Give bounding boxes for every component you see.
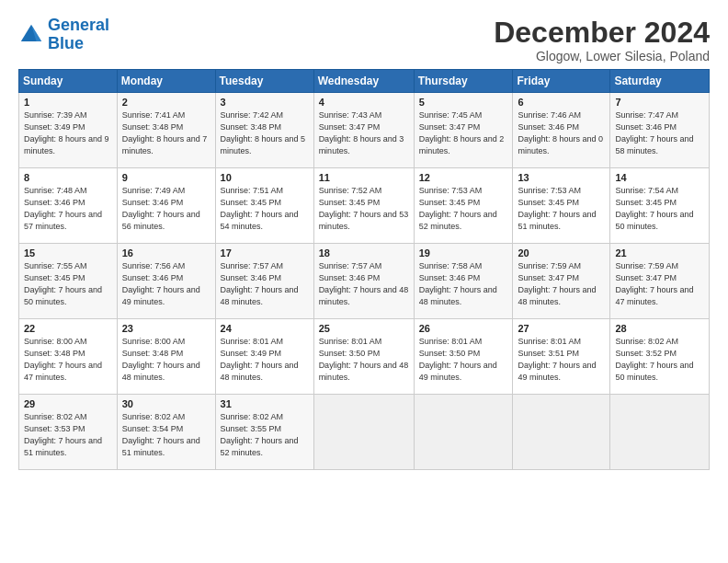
logo-text: GeneralBlue (48, 17, 109, 53)
calendar-cell: 14 Sunrise: 7:54 AMSunset: 3:45 PMDaylig… (610, 168, 710, 244)
day-info: Sunrise: 7:59 AMSunset: 3:47 PMDaylight:… (615, 261, 693, 306)
calendar-cell: 4 Sunrise: 7:43 AMSunset: 3:47 PMDayligh… (313, 93, 414, 168)
day-info: Sunrise: 7:45 AMSunset: 3:47 PMDaylight:… (419, 110, 505, 155)
day-number: 6 (518, 97, 605, 108)
calendar-cell: 8 Sunrise: 7:48 AMSunset: 3:46 PMDayligh… (19, 168, 118, 244)
day-number: 2 (122, 97, 210, 108)
day-number: 24 (221, 323, 309, 334)
calendar-cell: 1 Sunrise: 7:39 AMSunset: 3:49 PMDayligh… (19, 93, 118, 168)
calendar-cell: 12 Sunrise: 7:53 AMSunset: 3:45 PMDaylig… (414, 168, 513, 244)
day-number: 29 (24, 398, 112, 409)
calendar-cell: 16 Sunrise: 7:56 AMSunset: 3:46 PMDaylig… (117, 244, 215, 319)
page: GeneralBlue December 2024 Glogow, Lower … (0, 0, 728, 563)
day-header-monday: Monday (117, 70, 215, 93)
day-info: Sunrise: 7:42 AMSunset: 3:48 PMDaylight:… (221, 110, 306, 155)
calendar-cell: 6 Sunrise: 7:46 AMSunset: 3:46 PMDayligh… (513, 93, 610, 168)
day-number: 8 (24, 172, 112, 183)
calendar-cell: 30 Sunrise: 8:02 AMSunset: 3:54 PMDaylig… (117, 395, 215, 470)
day-info: Sunrise: 7:54 AMSunset: 3:45 PMDaylight:… (615, 186, 693, 231)
day-info: Sunrise: 8:01 AMSunset: 3:51 PMDaylight:… (518, 337, 596, 382)
calendar-cell: 7 Sunrise: 7:47 AMSunset: 3:46 PMDayligh… (610, 93, 710, 168)
day-number: 17 (221, 247, 309, 259)
calendar-cell: 20 Sunrise: 7:59 AMSunset: 3:47 PMDaylig… (513, 244, 610, 319)
day-number: 28 (615, 323, 704, 334)
day-info: Sunrise: 7:51 AMSunset: 3:45 PMDaylight:… (221, 186, 299, 231)
day-info: Sunrise: 8:02 AMSunset: 3:54 PMDaylight:… (122, 412, 200, 457)
calendar-cell: 2 Sunrise: 7:41 AMSunset: 3:48 PMDayligh… (117, 93, 215, 168)
day-info: Sunrise: 7:47 AMSunset: 3:46 PMDaylight:… (615, 110, 693, 155)
calendar-cell: 19 Sunrise: 7:58 AMSunset: 3:46 PMDaylig… (414, 244, 513, 319)
day-info: Sunrise: 7:46 AMSunset: 3:46 PMDaylight:… (518, 110, 603, 155)
day-number: 10 (221, 172, 309, 183)
day-header-friday: Friday (513, 70, 610, 93)
day-info: Sunrise: 7:58 AMSunset: 3:46 PMDaylight:… (419, 261, 497, 306)
day-info: Sunrise: 7:39 AMSunset: 3:49 PMDaylight:… (24, 110, 109, 155)
day-header-saturday: Saturday (610, 70, 710, 93)
day-number: 16 (122, 247, 210, 259)
day-number: 21 (615, 247, 704, 259)
day-info: Sunrise: 7:59 AMSunset: 3:47 PMDaylight:… (518, 261, 596, 306)
calendar-cell: 31 Sunrise: 8:02 AMSunset: 3:55 PMDaylig… (215, 395, 313, 470)
calendar-cell: 27 Sunrise: 8:01 AMSunset: 3:51 PMDaylig… (513, 319, 610, 395)
day-number: 22 (24, 323, 112, 334)
day-info: Sunrise: 8:00 AMSunset: 3:48 PMDaylight:… (24, 337, 102, 382)
day-header-sunday: Sunday (19, 70, 118, 93)
day-info: Sunrise: 7:52 AMSunset: 3:45 PMDaylight:… (319, 186, 409, 231)
logo: GeneralBlue (18, 17, 109, 53)
calendar-cell (610, 395, 710, 470)
day-info: Sunrise: 8:01 AMSunset: 3:50 PMDaylight:… (419, 337, 497, 382)
calendar-cell: 17 Sunrise: 7:57 AMSunset: 3:46 PMDaylig… (215, 244, 313, 319)
calendar-cell (313, 395, 414, 470)
day-number: 18 (319, 247, 409, 259)
day-number: 11 (319, 172, 409, 183)
day-info: Sunrise: 7:55 AMSunset: 3:45 PMDaylight:… (24, 261, 102, 306)
day-header-thursday: Thursday (414, 70, 513, 93)
day-number: 13 (518, 172, 605, 183)
day-header-tuesday: Tuesday (215, 70, 313, 93)
day-number: 19 (419, 247, 508, 259)
calendar-cell: 9 Sunrise: 7:49 AMSunset: 3:46 PMDayligh… (117, 168, 215, 244)
calendar-cell: 25 Sunrise: 8:01 AMSunset: 3:50 PMDaylig… (313, 319, 414, 395)
day-number: 30 (122, 398, 210, 409)
calendar-cell: 21 Sunrise: 7:59 AMSunset: 3:47 PMDaylig… (610, 244, 710, 319)
subtitle: Glogow, Lower Silesia, Poland (494, 49, 710, 63)
day-number: 5 (419, 97, 508, 108)
header: GeneralBlue December 2024 Glogow, Lower … (18, 17, 710, 63)
day-info: Sunrise: 8:01 AMSunset: 3:50 PMDaylight:… (319, 337, 409, 382)
day-number: 27 (518, 323, 605, 334)
day-number: 26 (419, 323, 508, 334)
day-info: Sunrise: 7:49 AMSunset: 3:46 PMDaylight:… (122, 186, 200, 231)
day-number: 7 (615, 97, 704, 108)
day-number: 14 (615, 172, 704, 183)
calendar-cell: 15 Sunrise: 7:55 AMSunset: 3:45 PMDaylig… (19, 244, 118, 319)
calendar-cell: 5 Sunrise: 7:45 AMSunset: 3:47 PMDayligh… (414, 93, 513, 168)
calendar-cell: 26 Sunrise: 8:01 AMSunset: 3:50 PMDaylig… (414, 319, 513, 395)
day-info: Sunrise: 7:57 AMSunset: 3:46 PMDaylight:… (319, 261, 409, 306)
title-area: December 2024 Glogow, Lower Silesia, Pol… (494, 17, 710, 63)
calendar-cell: 18 Sunrise: 7:57 AMSunset: 3:46 PMDaylig… (313, 244, 414, 319)
day-number: 15 (24, 247, 112, 259)
calendar-cell: 28 Sunrise: 8:02 AMSunset: 3:52 PMDaylig… (610, 319, 710, 395)
day-info: Sunrise: 7:53 AMSunset: 3:45 PMDaylight:… (518, 186, 596, 231)
day-number: 23 (122, 323, 210, 334)
day-header-wednesday: Wednesday (313, 70, 414, 93)
day-info: Sunrise: 8:02 AMSunset: 3:52 PMDaylight:… (615, 337, 693, 382)
day-number: 25 (319, 323, 409, 334)
day-info: Sunrise: 7:57 AMSunset: 3:46 PMDaylight:… (221, 261, 299, 306)
calendar-cell: 24 Sunrise: 8:01 AMSunset: 3:49 PMDaylig… (215, 319, 313, 395)
day-info: Sunrise: 7:41 AMSunset: 3:48 PMDaylight:… (122, 110, 208, 155)
day-number: 20 (518, 247, 605, 259)
day-number: 12 (419, 172, 508, 183)
day-info: Sunrise: 8:01 AMSunset: 3:49 PMDaylight:… (221, 337, 299, 382)
day-number: 3 (221, 97, 309, 108)
day-number: 31 (221, 398, 309, 409)
calendar-cell: 22 Sunrise: 8:00 AMSunset: 3:48 PMDaylig… (19, 319, 118, 395)
day-number: 4 (319, 97, 409, 108)
calendar-cell: 29 Sunrise: 8:02 AMSunset: 3:53 PMDaylig… (19, 395, 118, 470)
day-info: Sunrise: 7:48 AMSunset: 3:46 PMDaylight:… (24, 186, 102, 231)
day-info: Sunrise: 7:56 AMSunset: 3:46 PMDaylight:… (122, 261, 200, 306)
month-title: December 2024 (494, 17, 710, 49)
day-info: Sunrise: 7:53 AMSunset: 3:45 PMDaylight:… (419, 186, 497, 231)
logo-icon (18, 22, 44, 48)
calendar-cell: 11 Sunrise: 7:52 AMSunset: 3:45 PMDaylig… (313, 168, 414, 244)
